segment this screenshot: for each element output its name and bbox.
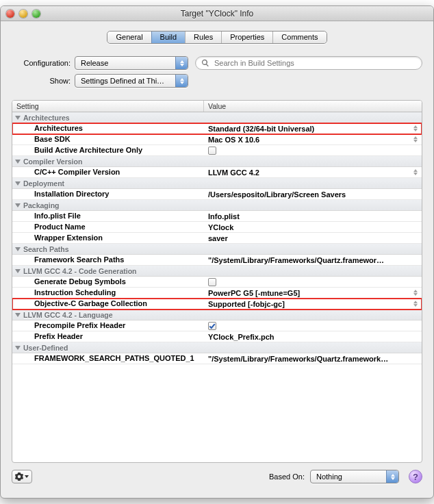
section-header[interactable]: User-Defined	[12, 342, 422, 353]
titlebar: Target "YClock" Info	[1, 6, 433, 21]
action-menu-button[interactable]	[12, 470, 32, 483]
setting-key: Info.plist File	[12, 211, 204, 221]
setting-value[interactable]: YClock_Prefix.pch	[204, 331, 422, 342]
setting-value[interactable]: "/System/Library/Frameworks/Quartz.frame…	[204, 353, 422, 364]
checkbox[interactable]	[208, 147, 216, 155]
table-row[interactable]: Precompile Prefix Header	[12, 320, 422, 331]
setting-value[interactable]: "/System/Library/Frameworks/Quartz.frame…	[204, 255, 422, 265]
section-header[interactable]: Packaging	[12, 200, 422, 211]
table-row[interactable]: FRAMEWORK_SEARCH_PATHS_QUOTED_1"/System/…	[12, 353, 422, 364]
window: Target "YClock" Info GeneralBuildRulesPr…	[0, 5, 434, 499]
table-row[interactable]: Instruction SchedulingPowerPC G5 [-mtune…	[12, 288, 422, 299]
show-label: Show:	[12, 77, 75, 85]
setting-value[interactable]: Info.plist	[204, 211, 422, 221]
setting-key: Precompile Prefix Header	[12, 320, 204, 331]
table-row[interactable]: ArchitecturesStandard (32/64-bit Univers…	[12, 123, 422, 134]
configuration-label: Configuration:	[12, 59, 75, 67]
setting-value[interactable]: Mac OS X 10.6	[204, 134, 422, 144]
disclosure-triangle-icon	[15, 313, 21, 317]
help-button[interactable]: ?	[409, 470, 422, 483]
configuration-select[interactable]: Release	[75, 56, 188, 70]
setting-key: Installation Directory	[12, 189, 204, 199]
setting-value[interactable]: LLVM GCC 4.2	[204, 167, 422, 177]
disclosure-triangle-icon	[15, 203, 21, 207]
value-stepper-icon[interactable]	[411, 124, 420, 133]
setting-value[interactable]: YClock	[204, 222, 422, 232]
section-title: User-Defined	[23, 344, 68, 352]
section-title: Search Paths	[23, 245, 69, 253]
section-title: LLVM GCC 4.2 - Language	[23, 311, 112, 319]
based-on-select[interactable]: Nothing	[310, 470, 399, 483]
setting-key: Prefix Header	[12, 331, 204, 342]
disclosure-triangle-icon	[15, 346, 21, 350]
value-stepper-icon[interactable]	[411, 168, 420, 177]
section-header[interactable]: Search Paths	[12, 244, 422, 255]
section-title: Deployment	[23, 179, 64, 188]
setting-key: Generate Debug Symbols	[12, 277, 204, 287]
setting-key: Product Name	[12, 222, 204, 232]
setting-value[interactable]	[204, 145, 422, 155]
setting-value-text: "/System/Library/Frameworks/Quartz.frame…	[208, 355, 388, 363]
table-row[interactable]: Product NameYClock	[12, 222, 422, 233]
configuration-value: Release	[81, 59, 108, 67]
search-icon	[201, 59, 209, 67]
tab-build[interactable]: Build	[151, 32, 185, 43]
table-row[interactable]: Wrapper Extensionsaver	[12, 233, 422, 244]
table-row[interactable]: C/C++ Compiler VersionLLVM GCC 4.2	[12, 167, 422, 178]
show-select[interactable]: Settings Defined at Thi…	[75, 74, 188, 88]
setting-value[interactable]: Supported [-fobjc-gc]	[204, 299, 422, 309]
setting-value-text: "/System/Library/Frameworks/Quartz.frame…	[208, 256, 384, 264]
table-row[interactable]: Build Active Architecture Only	[12, 145, 422, 156]
minimize-icon[interactable]	[19, 10, 27, 18]
section-header[interactable]: Compiler Version	[12, 156, 422, 167]
window-controls	[6, 10, 40, 18]
section-header[interactable]: LLVM GCC 4.2 - Language	[12, 310, 422, 320]
table-row[interactable]: Framework Search Paths"/System/Library/F…	[12, 255, 422, 266]
setting-value[interactable]: PowerPC G5 [-mtune=G5]	[204, 288, 422, 298]
section-title: Compiler Version	[23, 158, 82, 166]
section-header[interactable]: Architectures	[12, 112, 422, 123]
disclosure-triangle-icon	[15, 181, 21, 186]
checkbox[interactable]	[208, 278, 216, 286]
setting-value[interactable]: /Users/esposito/Library/Screen Savers	[204, 189, 422, 199]
search-input[interactable]	[213, 58, 416, 68]
table-row[interactable]: Info.plist FileInfo.plist	[12, 211, 422, 222]
setting-value[interactable]	[204, 320, 422, 331]
setting-key: Base SDK	[12, 134, 204, 144]
zoom-icon[interactable]	[32, 10, 40, 18]
section-title: Packaging	[23, 201, 60, 210]
gear-icon	[15, 473, 23, 481]
disclosure-triangle-icon	[15, 269, 21, 273]
value-stepper-icon[interactable]	[411, 299, 420, 308]
table-header: Setting Value	[12, 101, 422, 112]
disclosure-triangle-icon	[15, 247, 21, 251]
tab-general[interactable]: General	[107, 32, 151, 43]
column-value[interactable]: Value	[204, 101, 422, 112]
value-stepper-icon[interactable]	[411, 288, 420, 297]
setting-value[interactable]: saver	[204, 233, 422, 243]
setting-value[interactable]	[204, 277, 422, 287]
tab-comments[interactable]: Comments	[272, 32, 326, 43]
section-header[interactable]: LLVM GCC 4.2 - Code Generation	[12, 266, 422, 277]
table-row[interactable]: Installation Directory/Users/esposito/Li…	[12, 189, 422, 200]
tab-rules[interactable]: Rules	[185, 32, 221, 43]
close-icon[interactable]	[6, 10, 14, 18]
section-title: Architectures	[23, 114, 70, 122]
column-setting[interactable]: Setting	[12, 101, 204, 112]
setting-value[interactable]: Standard (32/64-bit Universal)	[204, 123, 422, 134]
setting-key: Architectures	[12, 123, 204, 134]
search-field[interactable]	[195, 56, 422, 70]
table-row[interactable]: Prefix HeaderYClock_Prefix.pch	[12, 331, 422, 342]
value-stepper-icon[interactable]	[411, 135, 420, 144]
chevron-down-icon	[25, 475, 29, 478]
disclosure-triangle-icon	[15, 160, 21, 164]
setting-value-text: saver	[208, 234, 228, 242]
setting-key: Objective-C Garbage Collection	[12, 299, 204, 309]
checkbox[interactable]	[208, 322, 216, 330]
tab-properties[interactable]: Properties	[221, 32, 272, 43]
table-row[interactable]: Base SDKMac OS X 10.6	[12, 134, 422, 145]
table-row[interactable]: Generate Debug Symbols	[12, 277, 422, 288]
table-row[interactable]: Objective-C Garbage CollectionSupported …	[12, 299, 422, 310]
section-header[interactable]: Deployment	[12, 178, 422, 189]
chevron-updown-icon	[175, 57, 188, 69]
